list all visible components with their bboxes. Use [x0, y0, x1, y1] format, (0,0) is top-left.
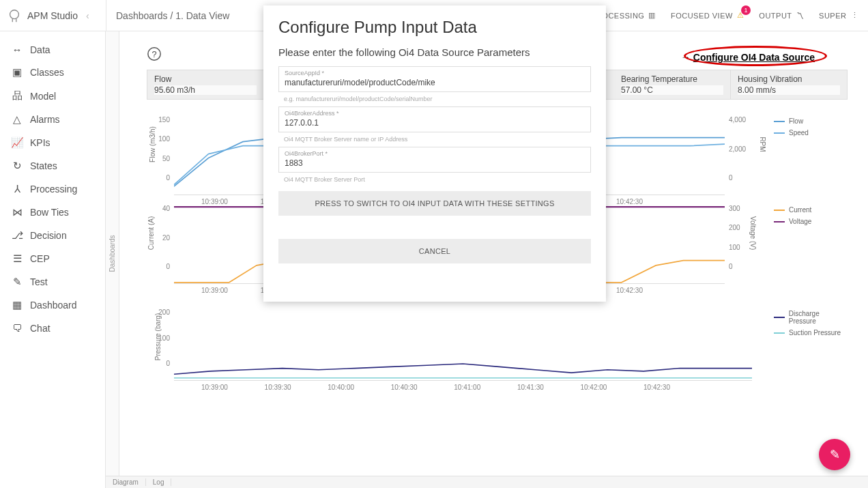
legend-label: Discharge Pressure: [789, 310, 848, 325]
legend-item: Speed: [774, 129, 848, 137]
super-action[interactable]: SUPER ⋮: [819, 11, 858, 20]
y-axis-right: RPM 4,000 2,000 0: [725, 113, 766, 195]
nav-icon: 🗨: [11, 322, 23, 334]
more-icon[interactable]: ⋮: [851, 11, 859, 20]
legend-label: Voltage: [789, 218, 811, 225]
vertical-dashboards-tab[interactable]: Dashboards: [106, 31, 119, 476]
legend-label: Speed: [789, 129, 809, 137]
nav-icon: ⋈: [11, 206, 23, 218]
focused-view-action[interactable]: FOCUSED VIEW ⚠ 1: [671, 11, 744, 20]
tab-log[interactable]: Log: [146, 478, 172, 486]
metric-label: Bearing Temperature: [621, 74, 723, 84]
brand-label: APM Studio: [27, 10, 78, 21]
metric-bearing-temperature: Bearing Temperature57.00 °C: [614, 70, 731, 99]
legend-swatch: [774, 221, 785, 223]
configure-link-label: Configure OI4 Data Source: [693, 52, 815, 63]
brand[interactable]: APM Studio ‹: [0, 8, 106, 23]
legend-item: Flow: [774, 117, 848, 125]
y-axis-right: Voltage (V) 300 200 100 0: [725, 202, 766, 284]
metric-value: 57.00 °C: [621, 85, 723, 95]
nav-label: Decision: [30, 230, 67, 241]
nav-icon: ⅄: [11, 183, 23, 195]
super-label: SUPER: [819, 12, 846, 20]
chevron-left-icon[interactable]: ‹: [86, 10, 89, 21]
nav-icon: 品: [11, 89, 23, 102]
sidebar-item-bow-ties[interactable]: ⋈Bow Ties: [0, 201, 105, 224]
warning-badge: 1: [741, 5, 751, 15]
plot-area: 10:39:0010:39:3010:40:0010:40:3010:41:00…: [174, 306, 752, 381]
field-label: Oi4BrokerPort *: [285, 150, 585, 157]
field-label: Oi4BrokerAddress *: [285, 110, 585, 117]
top-actions: PROCESSING ▥ FOCUSED VIEW ⚠ 1 OUTPUT 〽 S…: [591, 11, 868, 20]
sidebar-item-dashboard[interactable]: ▦Dashboard: [0, 293, 105, 317]
nav-icon: ☰: [11, 253, 23, 265]
input-field[interactable]: Oi4BrokerAddress *127.0.0.1: [278, 106, 591, 132]
nav-icon: ↔: [11, 44, 23, 55]
sidebar-item-chat[interactable]: 🗨Chat: [0, 317, 105, 339]
nav-label: Chat: [30, 323, 50, 334]
input-field[interactable]: SourceAppId *manufactureruri/model/produ…: [278, 66, 591, 92]
sidebar: ↔Data▣Classes品Model△Alarms📈KPIs↻States⅄P…: [0, 31, 106, 488]
legend-item: Voltage: [774, 218, 848, 225]
metric-label: Housing Vibration: [738, 74, 840, 84]
focused-label: FOCUSED VIEW: [671, 12, 733, 20]
metric-label: Flow: [154, 74, 257, 84]
input-field[interactable]: Oi4BrokerPort *1883: [278, 147, 591, 173]
field-label: SourceAppId *: [285, 70, 585, 76]
nav-label: Test: [30, 276, 48, 287]
cancel-button[interactable]: CANCEL: [278, 239, 591, 263]
pencil-icon: ✎: [830, 447, 840, 462]
sidebar-item-classes[interactable]: ▣Classes: [0, 61, 105, 84]
output-label: OUTPUT: [759, 12, 792, 20]
tab-diagram[interactable]: Diagram: [106, 478, 146, 486]
sidebar-item-model[interactable]: 品Model: [0, 84, 105, 108]
metric-value: 95.60 m3/h: [154, 85, 257, 95]
field-hint: e.g. manufactureruri/model/productCode/s…: [278, 94, 591, 106]
sidebar-item-data[interactable]: ↔Data: [0, 38, 105, 61]
sidebar-item-test[interactable]: ✎Test: [0, 270, 105, 293]
legend: CurrentVoltage: [766, 202, 848, 284]
sidebar-item-decision[interactable]: ⎇Decision: [0, 224, 105, 247]
y-axis-left: Current (A) 40 20 0: [147, 202, 174, 284]
vertical-tab-label: Dashboards: [108, 235, 116, 272]
submit-button[interactable]: PRESS TO SWITCH TO OI4 INPUT DATA WITH T…: [278, 191, 591, 216]
field-value: manufactureruri/model/productCode/mike: [285, 78, 585, 87]
legend-item: Suction Pressure: [774, 329, 848, 336]
legend-swatch: [774, 317, 785, 318]
nav-icon: ↻: [11, 160, 23, 172]
arrow-right-icon: →: [681, 52, 691, 63]
legend-item: Current: [774, 206, 848, 214]
nav-label: Dashboard: [30, 300, 77, 311]
nav-icon: ✎: [11, 276, 23, 288]
metric-value: 8.00 mm/s: [738, 85, 840, 95]
nav-icon: ⎇: [11, 229, 23, 242]
modal-subtitle: Please enter the following Oi4 Data Sour…: [278, 46, 591, 58]
nav-label: Data: [30, 44, 50, 55]
legend-swatch: [774, 121, 785, 122]
field-hint: Oi4 MQTT Broker Server name or IP Addres…: [278, 134, 591, 147]
legend-swatch: [774, 132, 785, 134]
nav-label: States: [30, 160, 57, 171]
chart-icon: ▥: [648, 11, 656, 20]
sidebar-item-kpis[interactable]: 📈KPIs: [0, 131, 105, 154]
edit-fab[interactable]: ✎: [819, 439, 850, 470]
sidebar-item-cep[interactable]: ☰CEP: [0, 247, 105, 270]
y-axis-left: Flow (m3/h) 150 100 50 0: [147, 113, 174, 195]
svg-point-0: [10, 10, 19, 18]
field-hint: Oi4 MQTT Broker Server Port: [278, 174, 591, 187]
sidebar-item-processing[interactable]: ⅄Processing: [0, 177, 105, 201]
nav-label: Model: [30, 91, 56, 102]
nav-icon: △: [11, 113, 23, 126]
sidebar-item-states[interactable]: ↻States: [0, 154, 105, 177]
modal-title: Configure Pump Input Data: [278, 18, 591, 37]
metric-housing-vibration: Housing Vibration8.00 mm/s: [731, 70, 847, 99]
svg-text:?: ?: [151, 49, 156, 59]
output-action[interactable]: OUTPUT 〽: [759, 12, 804, 20]
legend-item: Discharge Pressure: [774, 310, 848, 325]
nav-label: Alarms: [30, 114, 60, 125]
line-chart-icon: 〽: [796, 12, 805, 20]
nav-label: KPIs: [30, 137, 50, 148]
configure-oi4-link[interactable]: → Configure OI4 Data Source: [681, 52, 815, 63]
warning-icon: ⚠ 1: [737, 11, 744, 20]
sidebar-item-alarms[interactable]: △Alarms: [0, 108, 105, 131]
